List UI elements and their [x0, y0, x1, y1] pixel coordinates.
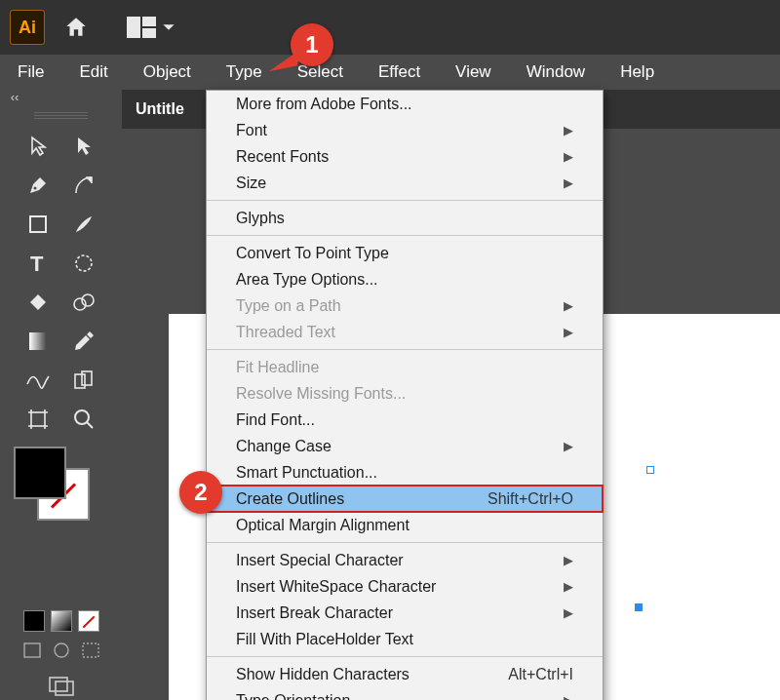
menu-object[interactable]: Object: [126, 57, 209, 88]
menu-view[interactable]: View: [438, 57, 509, 88]
color-mode-solid[interactable]: [23, 610, 45, 632]
tool-selection[interactable]: [16, 127, 61, 166]
menu-item-change-case[interactable]: Change Case▶: [207, 433, 603, 459]
tool-gradient[interactable]: [16, 322, 61, 361]
color-mode-none[interactable]: [78, 610, 99, 632]
draw-inside-icon[interactable]: [81, 642, 100, 659]
menu-item-smart-punctuation[interactable]: Smart Punctuation...: [207, 459, 603, 486]
svg-text:T: T: [30, 252, 44, 275]
menu-item-shortcut: Shift+Ctrl+O: [488, 490, 573, 508]
tool-live-paint[interactable]: [61, 283, 107, 322]
menu-separator: [207, 542, 603, 543]
panel-grip-icon[interactable]: [34, 111, 88, 119]
draw-normal-icon[interactable]: [22, 642, 42, 659]
menu-item-label: Threaded Text: [236, 324, 335, 341]
svg-rect-18: [56, 681, 73, 695]
menu-item-convert-to-point-type[interactable]: Convert To Point Type: [207, 240, 603, 266]
tool-type[interactable]: T: [16, 244, 61, 283]
menu-item-more-from-adobe-fonts[interactable]: More from Adobe Fonts...: [207, 91, 603, 117]
menu-separator: [207, 235, 603, 236]
menu-effect[interactable]: Effect: [361, 57, 438, 88]
tool-rotate[interactable]: [61, 244, 107, 283]
tool-artboard[interactable]: [16, 400, 61, 439]
menu-item-label: Type on a Path: [236, 297, 341, 315]
svg-point-3: [34, 187, 37, 190]
menu-item-insert-whitespace-character[interactable]: Insert WhiteSpace Character▶: [207, 573, 603, 600]
menu-item-area-type-options[interactable]: Area Type Options...: [207, 266, 603, 292]
menu-separator: [207, 349, 603, 350]
menu-item-type-orientation[interactable]: Type Orientation▶: [207, 687, 603, 700]
svg-rect-4: [30, 216, 46, 232]
menu-item-font[interactable]: Font▶: [207, 117, 603, 143]
tool-zoom[interactable]: [61, 400, 107, 439]
menu-item-find-font[interactable]: Find Font...: [207, 407, 603, 433]
menu-help[interactable]: Help: [603, 57, 672, 88]
menu-item-label: Font: [236, 122, 267, 139]
tool-curvature[interactable]: [61, 166, 107, 205]
workspace-layout-switch[interactable]: [127, 17, 176, 38]
svg-rect-9: [29, 332, 47, 350]
document-tab-title[interactable]: Untitle: [136, 100, 184, 118]
menu-item-label: Type Orientation: [236, 692, 350, 701]
annotation-badge-1: 1: [291, 23, 333, 66]
menu-item-size[interactable]: Size▶: [207, 170, 603, 196]
menu-item-show-hidden-characters[interactable]: Show Hidden CharactersAlt+Ctrl+I: [207, 661, 603, 687]
svg-point-13: [75, 410, 89, 424]
tool-eyedropper[interactable]: [61, 322, 107, 361]
menu-item-insert-special-character[interactable]: Insert Special Character▶: [207, 547, 603, 573]
menu-item-label: Fit Headline: [236, 359, 319, 376]
menu-item-label: Find Font...: [236, 411, 315, 429]
menu-item-label: Resolve Missing Fonts...: [236, 385, 406, 403]
svg-rect-14: [24, 643, 40, 657]
fill-swatch[interactable]: [14, 447, 66, 499]
menu-separator: [207, 656, 603, 657]
menu-item-label: Create Outlines: [236, 490, 344, 508]
menu-window[interactable]: Window: [509, 57, 603, 88]
type-menu-dropdown: More from Adobe Fonts...Font▶Recent Font…: [206, 90, 604, 700]
menu-edit[interactable]: Edit: [61, 57, 125, 88]
menu-item-insert-break-character[interactable]: Insert Break Character▶: [207, 600, 603, 626]
submenu-arrow-icon: ▶: [564, 325, 573, 339]
home-icon[interactable]: [62, 15, 90, 40]
tool-paintbrush[interactable]: [61, 205, 107, 244]
tool-direct-selection[interactable]: [61, 127, 107, 166]
menu-item-create-outlines[interactable]: Create OutlinesShift+Ctrl+O: [207, 486, 603, 512]
menu-item-label: Fill With PlaceHolder Text: [236, 631, 413, 648]
tool-shape-builder[interactable]: [16, 283, 61, 322]
menu-item-recent-fonts[interactable]: Recent Fonts▶: [207, 143, 603, 170]
selection-handle[interactable]: [646, 466, 654, 474]
panel-collapse-chevrons-icon[interactable]: ‹‹: [0, 90, 29, 109]
svg-rect-11: [82, 371, 92, 385]
menu-item-glyphs[interactable]: Glyphs: [207, 205, 603, 231]
menu-file[interactable]: File: [8, 57, 61, 88]
draw-behind-icon[interactable]: [52, 642, 71, 659]
submenu-arrow-icon: ▶: [564, 553, 573, 567]
submenu-arrow-icon: ▶: [564, 175, 573, 190]
svg-rect-10: [75, 374, 85, 388]
app-topbar: Ai: [0, 0, 780, 55]
svg-rect-17: [50, 678, 67, 691]
menu-item-label: Insert WhiteSpace Character: [236, 578, 436, 596]
menu-item-shortcut: Alt+Ctrl+I: [508, 666, 573, 683]
selection-anchor[interactable]: [635, 603, 643, 611]
chevron-down-icon: [162, 20, 176, 34]
menu-separator: [207, 200, 603, 201]
menu-item-label: Glyphs: [236, 210, 285, 227]
menu-item-fill-with-placeholder-text[interactable]: Fill With PlaceHolder Text: [207, 626, 603, 652]
tool-rectangle[interactable]: [16, 205, 61, 244]
fill-stroke-swatches[interactable]: [0, 447, 122, 526]
menu-item-fit-headline: Fit Headline: [207, 354, 603, 380]
menu-item-label: Convert To Point Type: [236, 245, 389, 262]
svg-point-6: [76, 255, 92, 271]
menu-item-optical-margin-alignment[interactable]: Optical Margin Alignment: [207, 512, 603, 538]
menubar: File Edit Object Type Select Effect View…: [0, 55, 780, 90]
menu-item-label: Insert Break Character: [236, 604, 393, 622]
color-mode-gradient[interactable]: [51, 610, 72, 632]
tool-symbol-sprayer[interactable]: [61, 361, 107, 400]
menu-type[interactable]: Type: [209, 57, 280, 88]
tool-blend[interactable]: [16, 361, 61, 400]
menu-item-label: Area Type Options...: [236, 271, 378, 289]
submenu-arrow-icon: ▶: [564, 123, 573, 137]
tool-pen[interactable]: [16, 166, 61, 205]
screen-mode-button[interactable]: [44, 673, 79, 700]
